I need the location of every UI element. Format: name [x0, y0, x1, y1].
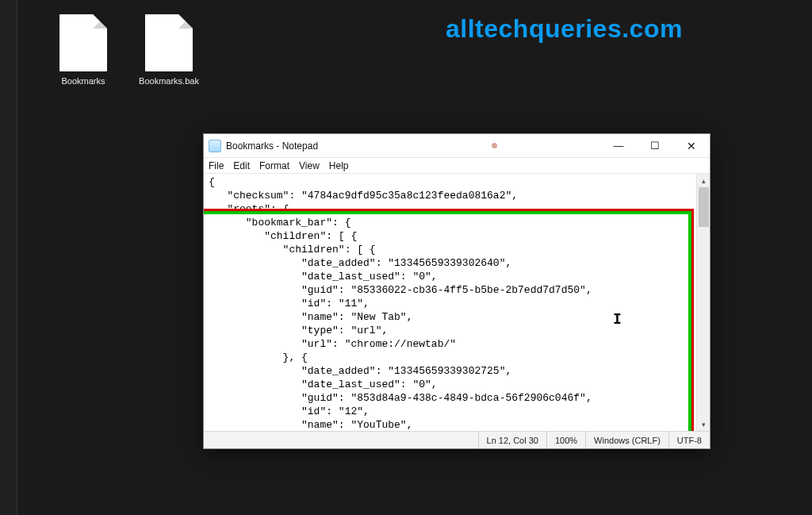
vertical-scrollbar[interactable]: ▴ ▾ [696, 174, 710, 431]
close-button[interactable]: ✕ [673, 134, 710, 157]
scrollbar-thumb[interactable] [699, 187, 709, 227]
window-title: Bookmarks - Notepad [226, 140, 318, 152]
maximize-button[interactable]: ☐ [637, 134, 673, 157]
window-controls: — ☐ ✕ [600, 134, 710, 157]
status-zoom: 100% [546, 432, 585, 448]
menu-format[interactable]: Format [259, 160, 289, 171]
menu-view[interactable]: View [299, 160, 320, 171]
titlebar[interactable]: Bookmarks - Notepad — ☐ ✕ [204, 134, 710, 158]
status-encoding: UTF-8 [668, 432, 710, 448]
file-page-icon [59, 14, 107, 71]
file-label: Bookmarks.bak [133, 76, 205, 86]
file-label: Bookmarks [48, 76, 119, 86]
unsaved-indicator-icon [492, 143, 497, 148]
status-line-ending: Windows (CRLF) [585, 432, 668, 448]
menu-edit[interactable]: Edit [233, 160, 250, 171]
file-page-icon [145, 14, 193, 71]
watermark-text: alltechqueries.com [446, 14, 683, 44]
statusbar: Ln 12, Col 30 100% Windows (CRLF) UTF-8 [204, 431, 710, 448]
editor-area[interactable]: { "checksum": "4784ac9dfd95c35a8c123feed… [204, 174, 710, 431]
notepad-icon [209, 140, 221, 152]
menu-file[interactable]: File [209, 160, 224, 171]
minimize-button[interactable]: — [600, 134, 637, 157]
menubar: File Edit Format View Help [204, 158, 710, 174]
file-icon-bookmarks[interactable]: Bookmarks [48, 14, 119, 86]
desktop: alltechqueries.com Bookmarks Bookmarks.b… [17, 0, 812, 515]
editor-text[interactable]: { "checksum": "4784ac9dfd95c35a8c123feed… [209, 175, 695, 431]
menu-help[interactable]: Help [329, 160, 349, 171]
scroll-down-icon[interactable]: ▾ [697, 417, 710, 431]
file-icon-bookmarks-bak[interactable]: Bookmarks.bak [133, 14, 205, 86]
notepad-window: Bookmarks - Notepad — ☐ ✕ File Edit Form… [203, 133, 710, 449]
scroll-up-icon[interactable]: ▴ [697, 174, 710, 187]
status-position: Ln 12, Col 30 [478, 432, 546, 448]
explorer-left-strip [0, 0, 17, 515]
